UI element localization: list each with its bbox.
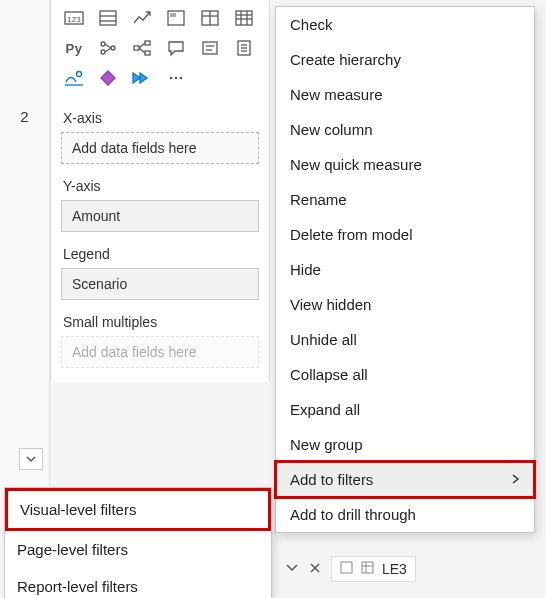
svg-rect-2 (100, 11, 116, 25)
svg-line-23 (139, 43, 145, 48)
menu-label: Rename (290, 191, 347, 208)
chevron-right-icon (510, 471, 520, 488)
add-to-filters-submenu: Visual-level filters Page-level filters … (4, 487, 272, 598)
field-context-menu: Check Create hierarchy New measure New c… (275, 6, 535, 533)
powerapps-icon[interactable] (95, 66, 121, 90)
menu-label: Unhide all (290, 331, 357, 348)
small-multiples-well[interactable]: Add data fields here (61, 336, 259, 368)
small-multiples-label: Small multiples (61, 306, 259, 336)
menu-create-hierarchy[interactable]: Create hierarchy (276, 42, 534, 77)
svg-rect-21 (145, 41, 150, 45)
checkbox-icon[interactable] (340, 561, 353, 577)
more-visuals-icon[interactable] (163, 66, 189, 90)
svg-point-15 (101, 42, 105, 46)
svg-point-33 (170, 77, 173, 80)
svg-rect-25 (203, 42, 217, 54)
menu-rename[interactable]: Rename (276, 182, 534, 217)
powerautomate-icon[interactable] (129, 66, 155, 90)
xaxis-section: X-axis Add data fields here (61, 102, 259, 164)
svg-line-18 (105, 44, 111, 48)
menu-label: New column (290, 121, 373, 138)
svg-text:123: 123 (67, 15, 81, 24)
menu-label: Add to filters (290, 471, 373, 488)
submenu-visual-level-filters[interactable]: Visual-level filters (5, 488, 271, 531)
menu-label: Collapse all (290, 366, 368, 383)
menu-new-column[interactable]: New column (276, 112, 534, 147)
paginated-icon[interactable] (231, 36, 257, 60)
page-number: 2 (0, 108, 49, 125)
svg-rect-6 (170, 13, 176, 17)
menu-label: Expand all (290, 401, 360, 418)
bottom-field-row: LE3 (275, 550, 535, 588)
svg-rect-22 (145, 51, 150, 55)
menu-label: Hide (290, 261, 321, 278)
small-multiples-section: Small multiples Add data fields here (61, 306, 259, 368)
svg-rect-10 (236, 11, 252, 25)
svg-point-32 (77, 72, 82, 77)
svg-point-17 (111, 46, 115, 50)
multi-row-card-icon[interactable] (95, 6, 121, 30)
visual-type-grid: 123 Py (51, 4, 269, 96)
table-icon[interactable] (197, 6, 223, 30)
menu-add-to-filters[interactable]: Add to filters (276, 462, 534, 497)
menu-label: Delete from model (290, 226, 413, 243)
decomposition-tree-icon[interactable] (129, 36, 155, 60)
menu-label: View hidden (290, 296, 371, 313)
svg-line-24 (139, 48, 145, 53)
svg-point-35 (180, 77, 183, 80)
key-influencers-icon[interactable] (95, 36, 121, 60)
svg-line-19 (105, 48, 111, 52)
field-chip-label: LE3 (382, 561, 407, 577)
legend-well[interactable]: Scenario (61, 268, 259, 300)
menu-new-group[interactable]: New group (276, 427, 534, 462)
svg-rect-37 (362, 562, 373, 573)
arcgis-map-icon[interactable] (61, 66, 87, 90)
svg-rect-36 (341, 562, 352, 573)
menu-label: New measure (290, 86, 383, 103)
submenu-page-level-filters[interactable]: Page-level filters (5, 531, 271, 568)
menu-new-quick-measure[interactable]: New quick measure (276, 147, 534, 182)
menu-label: Check (290, 16, 333, 33)
menu-label: New group (290, 436, 363, 453)
menu-label: New quick measure (290, 156, 422, 173)
menu-label: Create hierarchy (290, 51, 401, 68)
legend-section: Legend Scenario (61, 238, 259, 300)
menu-label: Add to drill through (290, 506, 416, 523)
qa-visual-icon[interactable] (163, 36, 189, 60)
menu-expand-all[interactable]: Expand all (276, 392, 534, 427)
legend-label: Legend (61, 238, 259, 268)
menu-collapse-all[interactable]: Collapse all (276, 357, 534, 392)
card-icon[interactable]: 123 (61, 6, 87, 30)
menu-delete-from-model[interactable]: Delete from model (276, 217, 534, 252)
table-icon (361, 561, 374, 577)
svg-point-16 (101, 50, 105, 54)
kpi-icon[interactable] (129, 6, 155, 30)
yaxis-well[interactable]: Amount (61, 200, 259, 232)
menu-hide[interactable]: Hide (276, 252, 534, 287)
menu-check[interactable]: Check (276, 7, 534, 42)
chevron-down-icon[interactable] (285, 561, 299, 577)
visualizations-panel: 123 Py X-axis Add data fields here Y-axi… (50, 0, 270, 382)
yaxis-label: Y-axis (61, 170, 259, 200)
slicer-icon[interactable] (163, 6, 189, 30)
xaxis-well[interactable]: Add data fields here (61, 132, 259, 164)
field-chip[interactable]: LE3 (331, 556, 416, 582)
menu-view-hidden[interactable]: View hidden (276, 287, 534, 322)
close-icon[interactable] (309, 561, 321, 577)
menu-unhide-all[interactable]: Unhide all (276, 322, 534, 357)
menu-new-measure[interactable]: New measure (276, 77, 534, 112)
svg-rect-20 (134, 46, 139, 50)
yaxis-section: Y-axis Amount (61, 170, 259, 232)
matrix-icon[interactable] (231, 6, 257, 30)
menu-add-to-drill-through[interactable]: Add to drill through (276, 497, 534, 532)
python-visual-icon[interactable]: Py (61, 36, 87, 60)
expand-chevron[interactable] (19, 448, 43, 470)
svg-point-34 (175, 77, 178, 80)
narrative-icon[interactable] (197, 36, 223, 60)
xaxis-label: X-axis (61, 102, 259, 132)
submenu-report-level-filters[interactable]: Report-level filters (5, 568, 271, 598)
